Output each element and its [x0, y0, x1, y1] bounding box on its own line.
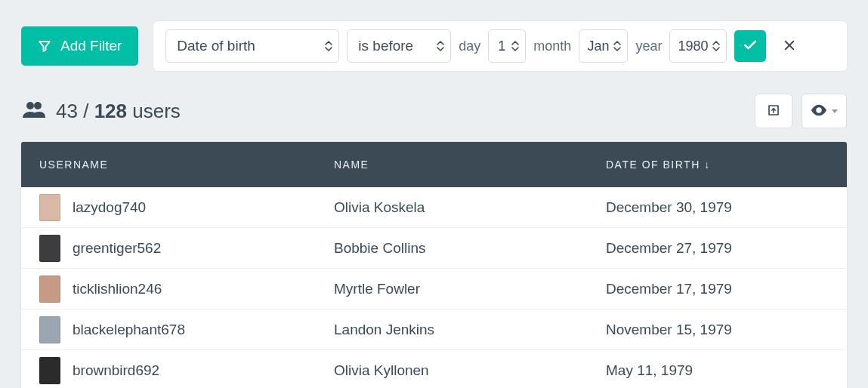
- column-header-dob[interactable]: Date of birth ↓: [606, 159, 829, 171]
- username-text: brownbird692: [73, 362, 159, 379]
- cell-username: greentiger562: [39, 235, 334, 262]
- total-count: 128: [94, 100, 127, 122]
- username-text: ticklishlion246: [73, 281, 162, 297]
- cell-username: ticklishlion246: [39, 276, 334, 303]
- check-icon: [743, 38, 758, 55]
- cell-dob: December 17, 1979: [606, 281, 829, 297]
- table-header: Username Name Date of birth ↓: [21, 142, 847, 187]
- username-text: blackelephant678: [73, 322, 185, 338]
- column-header-name[interactable]: Name: [334, 159, 606, 171]
- summary-row: 43 / 128 users: [21, 94, 847, 128]
- export-icon: [767, 103, 780, 119]
- filter-condition-select[interactable]: is before: [347, 29, 451, 63]
- filter-icon: [38, 39, 51, 53]
- cell-dob: December 27, 1979: [606, 240, 829, 257]
- cell-dob: November 15, 1979: [606, 322, 829, 338]
- table-row[interactable]: greentiger562Bobbie CollinsDecember 27, …: [21, 228, 847, 269]
- cell-username: lazydog740: [39, 194, 334, 221]
- table-actions: [755, 94, 847, 128]
- table-body: lazydog740Olivia KoskelaDecember 30, 197…: [21, 187, 847, 388]
- avatar: [39, 194, 60, 221]
- cell-username: blackelephant678: [39, 316, 334, 343]
- table-row[interactable]: ticklishlion246Myrtle FowlerDecember 17,…: [21, 269, 847, 309]
- chevron-sort-icon: [325, 40, 332, 52]
- filter-year-value: 1980: [678, 38, 708, 54]
- chevron-sort-icon: [511, 40, 519, 52]
- users-icon: [23, 100, 45, 123]
- filter-month-value: Jan: [587, 38, 609, 54]
- table-row[interactable]: blackelephant678Landon JenkinsNovember 1…: [21, 309, 847, 350]
- table-row[interactable]: lazydog740Olivia KoskelaDecember 30, 197…: [21, 187, 847, 228]
- cell-name: Landon Jenkins: [334, 322, 606, 338]
- count-separator: /: [83, 100, 88, 122]
- filter-field-select[interactable]: Date of birth: [165, 29, 339, 63]
- chevron-sort-icon: [712, 40, 720, 52]
- add-filter-button[interactable]: Add Filter: [21, 26, 138, 66]
- cell-name: Bobbie Collins: [334, 240, 606, 257]
- filter-field-value: Date of birth: [177, 38, 255, 54]
- chevron-down-icon: [832, 109, 838, 113]
- cell-dob: May 11, 1979: [606, 362, 829, 379]
- remove-filter-button[interactable]: [774, 30, 805, 62]
- filter-day-select[interactable]: 1: [488, 29, 526, 63]
- cell-name: Olivia Koskela: [334, 199, 606, 216]
- users-table: Username Name Date of birth ↓ lazydog740…: [21, 142, 847, 388]
- avatar: [39, 235, 60, 262]
- filter-day-label: day: [459, 38, 480, 54]
- cell-username: brownbird692: [39, 357, 334, 384]
- cell-name: Myrtle Fowler: [334, 281, 606, 297]
- chevron-sort-icon: [613, 40, 621, 52]
- cell-name: Olivia Kyllonen: [334, 362, 606, 379]
- svg-point-1: [34, 102, 42, 109]
- add-filter-label: Add Filter: [60, 38, 122, 54]
- cell-dob: December 30, 1979: [606, 199, 829, 216]
- avatar: [39, 316, 60, 343]
- eye-icon: [811, 104, 827, 119]
- filter-year-select[interactable]: 1980: [669, 29, 727, 63]
- count-unit: users: [132, 100, 181, 122]
- filter-day-value: 1: [498, 38, 505, 54]
- svg-point-0: [26, 102, 34, 109]
- filter-toolbar: Add Filter Date of birth is before day 1…: [21, 21, 847, 71]
- filter-month-select[interactable]: Jan: [579, 29, 628, 63]
- active-filter-card: Date of birth is before day 1 month Jan: [153, 21, 847, 71]
- username-text: greentiger562: [73, 240, 161, 257]
- username-text: lazydog740: [73, 199, 146, 216]
- columns-visibility-button[interactable]: [802, 94, 847, 128]
- column-header-username[interactable]: Username: [39, 159, 334, 171]
- avatar: [39, 357, 60, 384]
- avatar: [39, 276, 60, 303]
- result-count: 43 / 128 users: [23, 100, 181, 123]
- close-icon: [783, 38, 796, 54]
- filter-condition-value: is before: [358, 38, 413, 54]
- table-row[interactable]: brownbird692Olivia KyllonenMay 11, 1979: [21, 350, 847, 388]
- filtered-count: 43: [56, 100, 78, 122]
- filter-month-label: month: [533, 38, 571, 54]
- export-button[interactable]: [755, 94, 792, 128]
- chevron-sort-icon: [437, 40, 444, 52]
- apply-filter-button[interactable]: [734, 30, 766, 62]
- filter-year-label: year: [635, 38, 662, 54]
